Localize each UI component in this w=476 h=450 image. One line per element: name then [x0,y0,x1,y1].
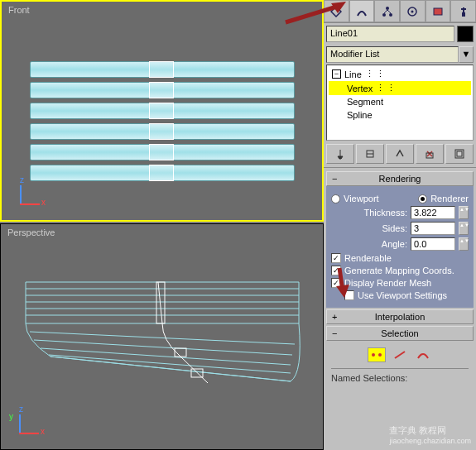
viewport-perspective-label: Perspective [7,227,55,237]
front-brace-wire [149,61,174,184]
svg-point-14 [378,353,382,357]
minus-icon: − [332,174,337,184]
modifier-list-dropdown-icon[interactable]: ▼ [459,46,474,63]
object-name-field[interactable]: Line01 [326,26,454,42]
tab-utilities[interactable] [450,0,476,22]
stack-handle-icon[interactable]: ⋮⋮ [365,69,387,79]
pin-stack-button[interactable] [326,144,354,164]
svg-point-7 [411,10,414,12]
subobj-spline-icon[interactable] [414,347,432,362]
stack-handle-icon[interactable]: ⋮⋮ [376,83,397,93]
perspective-geometry [17,266,307,423]
object-color-swatch[interactable] [457,26,474,42]
stack-sub-segment[interactable]: Segment [329,95,471,108]
rollout-interpolation-header[interactable]: + Interpolation [326,309,474,324]
stack-sub-label: Spline [347,110,373,120]
tab-display[interactable] [426,0,451,22]
watermark: 查字典 教程网 jiaocheng.chazidian.com [389,424,471,445]
selection-panel: Named Selections: [326,341,474,388]
renderable-label: Renderable [344,253,392,263]
mapping-checkbox[interactable]: ✓ [331,266,341,275]
rendering-panel: Viewport Renderer Thickness: 3.822 ▲▼ Si… [326,186,474,308]
named-selections-label: Named Selections: [331,371,469,385]
sides-spinner-buttons[interactable]: ▲▼ [459,222,469,235]
stack-item-label: Line [344,69,362,79]
stack-sub-label: Vertex [347,84,373,93]
plus-icon: + [332,312,337,322]
svg-point-13 [372,353,375,357]
thickness-spinner-buttons[interactable]: ▲▼ [459,206,469,219]
sides-spinner[interactable]: 3 [411,222,455,235]
modifier-list-combo[interactable]: Modifier List [326,46,459,63]
rollout-title: Rendering [379,174,421,184]
thickness-spinner[interactable]: 3.822 [411,206,455,219]
use-viewport-checkbox[interactable] [344,290,354,300]
minus-icon: − [332,328,337,338]
mapping-label: Generate Mapping Coords. [344,266,454,275]
show-end-result-button[interactable] [356,144,384,164]
angle-spinner[interactable]: 0.0 [411,237,455,251]
renderable-checkbox[interactable]: ✓ [331,253,341,263]
tab-motion[interactable] [400,0,426,22]
tab-hierarchy[interactable] [374,0,400,22]
svg-point-3 [386,7,389,10]
thickness-label: Thickness: [331,208,407,218]
subobj-segment-icon[interactable] [391,347,409,362]
renderer-radio-label: Renderer [430,194,469,203]
rollout-title: Selection [381,328,418,338]
viewport-radio-label: Viewport [344,194,379,203]
viewport-perspective[interactable]: Perspective [0,223,324,450]
collapse-icon[interactable]: − [332,69,341,79]
stack-sub-spline[interactable]: Spline [329,108,471,122]
svg-point-4 [382,13,386,17]
stack-sub-label: Segment [347,97,383,107]
rollout-rendering-header[interactable]: − Rendering [326,171,474,186]
make-unique-button[interactable] [386,144,414,164]
tab-modify[interactable] [349,0,375,22]
command-panel-tabs [324,0,476,23]
display-mesh-checkbox[interactable]: ✓ [331,278,341,288]
svg-point-5 [389,13,392,17]
svg-rect-8 [434,8,442,15]
svg-rect-12 [457,151,462,156]
stack-sub-vertex[interactable]: Vertex ⋮⋮ [329,81,471,95]
modifier-stack[interactable]: − Line ⋮⋮ Vertex ⋮⋮ Segment Spline [326,65,474,141]
sides-label: Sides: [331,223,407,233]
use-viewport-label: Use Viewport Settings [358,290,447,300]
renderer-radio[interactable] [418,194,427,203]
viewport-radio[interactable] [331,194,340,203]
axis-gizmo-front: zx [13,179,46,212]
stack-item-line[interactable]: − Line ⋮⋮ [329,67,471,81]
remove-modifier-button[interactable] [416,144,444,164]
angle-label: Angle: [331,239,407,249]
rollout-title: Interpolation [375,312,426,322]
viewport-front[interactable]: Front zx [0,0,324,222]
subobj-vertex-icon[interactable] [368,347,386,362]
viewport-front-label: Front [8,5,30,15]
angle-spinner-buttons[interactable]: ▲▼ [459,237,469,251]
axis-gizmo-perspective: zx y [12,408,46,441]
command-panel: Line01 Modifier List ▼ − Line ⋮⋮ Vertex … [324,0,476,450]
display-mesh-label: Display Render Mesh [344,278,431,288]
rollout-selection-header[interactable]: − Selection [326,326,474,341]
configure-sets-button[interactable] [445,144,474,164]
tab-create[interactable] [324,0,349,22]
